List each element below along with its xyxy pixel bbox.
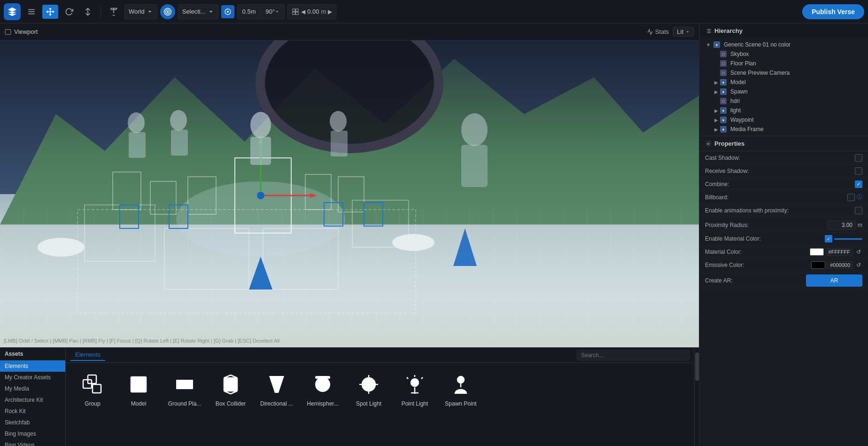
element-point-light[interactable]: Point Light [394,368,436,440]
snap-angle[interactable]: 90° [261,6,284,17]
menu-button[interactable] [23,5,39,19]
prop-billboard: Billboard: ⓘ [699,191,868,204]
skybox-icon: □ [720,51,727,57]
bottom-panel: Assets Elements My Creator Assets My Med… [0,347,699,446]
element-hemisphere-light[interactable]: Hemispher... [302,368,344,440]
app-logo[interactable] [4,3,21,20]
sidebar-item-creator-assets[interactable]: My Creator Assets [0,372,65,383]
expand-media[interactable]: ▶ [714,126,718,133]
svg-rect-13 [296,12,298,14]
element-spawn-point[interactable]: Spawn Point [440,368,482,440]
viewport-icon [5,29,11,35]
sidebar-item-bing-images[interactable]: Bing Images [0,428,65,439]
sidebar-item-bing-videos[interactable]: Bing Videos [0,439,65,446]
material-color-enable-checkbox[interactable] [825,235,832,243]
expand-spawn[interactable]: ▶ [714,88,718,95]
tree-item-root[interactable]: ▼ ● Generic Scene 01 no color [699,40,868,49]
element-ground-plane[interactable]: Ground Pla... [163,368,206,440]
combine-checkbox[interactable] [855,180,862,188]
gizmo-center [257,192,264,199]
element-spawn-point-label: Spawn Point [445,400,476,407]
transform-icon-button[interactable] [106,5,122,19]
element-box-collider[interactable]: Box Collider [209,368,252,440]
sidebar-item-architecture-kit[interactable]: Architecture Kit [0,394,65,406]
material-color-reset[interactable]: ↺ [855,248,862,256]
properties-title: Properties [714,140,744,147]
separator-1 [101,5,101,18]
tree-item-waypoint[interactable]: ▶ ● Waypoint [699,115,868,125]
emissive-color-hex: #000000 [827,261,853,269]
svg-rect-11 [293,9,295,11]
lit-dropdown[interactable]: Lit [673,27,694,37]
expand-model[interactable]: ▶ [714,79,718,86]
proximity-radius-input[interactable] [828,220,856,230]
anim-proximity-checkbox[interactable] [855,207,862,214]
search-input[interactable] [577,350,690,360]
hierarchy-icon [705,28,712,34]
grid-control[interactable]: ◀ 0.00 m ▶ [287,4,336,19]
material-color-preview[interactable] [810,248,824,256]
receive-shadow-value [855,167,862,175]
element-model[interactable]: Model [117,368,160,440]
svg-line-46 [421,377,423,379]
tree-item-spawn[interactable]: ▶ ● Spawn [699,87,868,96]
combine-value [855,180,862,188]
element-spot-light[interactable]: Spot Light [348,368,390,440]
expand-light[interactable]: ▶ [714,107,718,114]
viewport-canvas[interactable]: [LMB] Orbit / Select | [MMB] Pan | [RMB]… [0,40,699,347]
tree-item-light[interactable]: ▶ ● light [699,106,868,115]
element-box-collider-label: Box Collider [216,400,246,407]
emissive-color-reset[interactable]: ↺ [855,261,862,269]
refresh-button[interactable] [61,5,77,19]
selection-dropdown[interactable]: Selecti... [178,4,218,19]
tab-elements[interactable]: Elements [70,349,105,361]
transform-dropdown[interactable]: World [124,4,157,19]
billboard-value: ⓘ [847,193,862,201]
emissive-color-preview[interactable] [811,261,825,269]
properties-section: Properties Cast Shadow: Receive Shadow: … [699,136,868,446]
cast-shadow-value [855,154,862,162]
tree-item-model[interactable]: ▶ ● Model [699,78,868,87]
receive-shadow-checkbox[interactable] [855,167,862,175]
prop-material-color-enable: Enable Material Color: [699,233,868,246]
sort-button[interactable] [80,5,96,19]
sidebar-item-sketchfab[interactable]: Sketchfab [0,417,65,428]
sidebar-item-rock-kit[interactable]: Rock Kit [0,406,65,417]
bottom-scrollbar[interactable] [694,348,699,446]
scrollbar-thumb [695,352,699,381]
combine-label: Combine: [705,181,729,188]
billboard-checkbox[interactable] [847,194,855,201]
snap-size[interactable]: 0.5m [238,6,261,17]
ar-button[interactable]: AR [806,274,862,287]
anim-proximity-value [855,207,862,214]
model-icon [125,371,152,398]
point-light-icon [402,371,428,398]
tree-item-floorplan[interactable]: □ Floor Plan [699,59,868,68]
figure-body-center [250,137,271,165]
stats-button[interactable]: Stats [647,28,669,35]
emissive-color-label: Emissive Color: [705,262,744,268]
sidebar-item-elements[interactable]: Elements [0,360,65,372]
expand-waypoint[interactable]: ▶ [714,117,718,123]
element-directional-light[interactable]: Directional ... [256,368,298,440]
tree-item-skybox[interactable]: □ Skybox [699,49,868,59]
tree-item-hdri[interactable]: □ hdri [699,96,868,106]
material-color-hex: #FFFFFF [826,248,853,256]
hierarchy-section: Hierarchy ▼ ● Generic Scene 01 no color … [699,23,868,136]
selection-label: Selecti... [182,8,206,15]
element-group[interactable]: Group [71,368,114,440]
material-color-enable-label: Enable Material Color: [705,235,761,242]
floorplan-icon: □ [720,60,727,67]
sidebar-tab-assets[interactable]: Assets [0,348,65,360]
figure-head-4 [461,113,488,146]
tree-item-camera[interactable]: □ Scene Preview Camera [699,68,868,78]
sidebar-item-my-media[interactable]: My Media [0,383,65,394]
tree-item-media-frame[interactable]: ▶ ● Media Frame [699,125,868,134]
target-icon [160,4,175,19]
move-tool-button[interactable] [42,5,58,19]
svg-rect-16 [0,209,699,347]
publish-button[interactable]: Publish Verse [802,4,864,19]
expand-root[interactable]: ▼ [705,41,712,48]
cast-shadow-checkbox[interactable] [855,154,862,162]
figure-head-2 [170,110,187,131]
